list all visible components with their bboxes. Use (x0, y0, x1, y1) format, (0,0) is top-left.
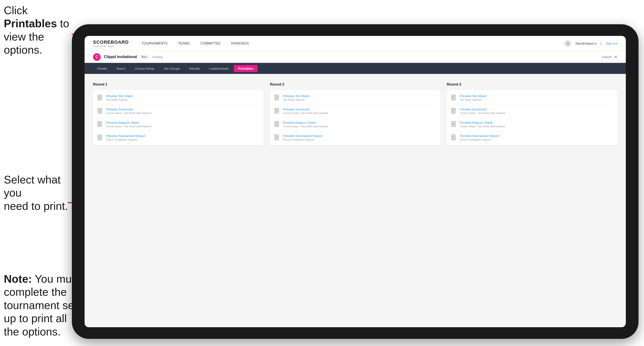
nav-tournaments[interactable]: TOURNAMENTS (142, 41, 168, 46)
round-1-scorecard-subtitle: Course setup + Tee Sheet data required (106, 112, 151, 115)
annotation-middle: Select what youneed to print. (4, 173, 72, 213)
document-icon-4 (97, 135, 103, 141)
round-1-scorecard-text: Preview Scorecard Course setup + Tee She… (106, 107, 151, 115)
round-2-report-subtitle: Round Completion required (283, 138, 322, 141)
round-1-report-title[interactable]: Preview Tournament Report (106, 134, 146, 138)
round-2-raguzzi-title[interactable]: Preview Raguzzi Sheet (283, 121, 328, 124)
document-icon (97, 95, 103, 101)
round-1-title: Round 1 (93, 82, 264, 87)
sign-out-link[interactable]: Sign out (606, 42, 617, 45)
round-1-report-text: Preview Tournament Report Round Completi… (106, 134, 146, 141)
round-1-column: Round 1 Preview Tee Sheet Tee S (93, 82, 264, 146)
document-icon-5 (274, 95, 280, 101)
round-1-tee-sheet-title[interactable]: Preview Tee Sheet (106, 94, 132, 98)
round-1-raguzzi-title[interactable]: Preview Raguzzi Sheet (106, 121, 151, 124)
round-1-card: Preview Tee Sheet Tee Sheet required (93, 90, 264, 146)
round-3-tee-sheet-subtitle: Tee Sheet required (460, 98, 486, 101)
round-2-scorecard[interactable]: Preview Scorecard Course setup + Tee She… (274, 105, 436, 118)
close-icon[interactable]: ✕ (614, 55, 617, 59)
round-2-column: Round 2 Preview Tee Sheet Tee S (270, 82, 440, 146)
top-nav: SCOREBOARD Powered by clippd TOURNAMENTS… (84, 36, 626, 51)
nav-committee[interactable]: COMMITTEE (200, 41, 220, 46)
round-1-scorecard[interactable]: Preview Scorecard Course setup + Tee She… (97, 105, 260, 118)
round-2-scorecard-title[interactable]: Preview Scorecard (283, 107, 328, 111)
round-2-tee-sheet-subtitle: Tee Sheet required (283, 98, 310, 101)
round-3-report-text: Preview Tournament Report Round Completi… (460, 134, 499, 141)
scoreboard-logo: SCOREBOARD Powered by clippd (93, 39, 129, 47)
tournament-badge: Men (140, 55, 149, 59)
round-2-tee-sheet-title[interactable]: Preview Tee Sheet (283, 94, 310, 98)
round-3-scorecard-text: Preview Scorecard Course setup + Tee She… (460, 107, 505, 115)
separator: | (601, 42, 602, 45)
round-2-scorecard-text: Preview Scorecard Course setup + Tee She… (283, 107, 328, 115)
user-avatar: B (564, 40, 571, 47)
document-icon-3 (97, 121, 103, 128)
document-icon-2 (97, 108, 103, 115)
round-3-tee-sheet-text: Preview Tee Sheet Tee Sheet required (460, 94, 486, 101)
round-3-tee-sheet-title[interactable]: Preview Tee Sheet (460, 94, 486, 98)
annotation-bottom-text: Note: You must complete the tournament s… (4, 273, 81, 338)
round-2-title: Round 2 (270, 82, 440, 87)
round-3-report-subtitle: Round Completion required (460, 138, 499, 141)
round-1-tournament-report[interactable]: Preview Tournament Report Round Completi… (97, 131, 260, 141)
tab-leaderboards[interactable]: Leaderboards (205, 65, 233, 72)
round-3-scorecard-title[interactable]: Preview Scorecard (460, 107, 505, 111)
round-3-column: Round 3 Preview Tee Sheet Tee S (447, 82, 617, 146)
round-2-tee-sheet-text: Preview Tee Sheet Tee Sheet required (283, 94, 310, 101)
document-icon-12 (451, 135, 457, 141)
tab-results[interactable]: Results (185, 65, 204, 72)
user-email: blair@clippd.io (576, 42, 596, 45)
logo-sub: Powered by clippd (93, 45, 129, 47)
round-2-report-text: Preview Tournament Report Round Completi… (283, 134, 322, 141)
tab-teams[interactable]: Teams (112, 65, 130, 72)
tournament-status: Hosting (152, 55, 162, 59)
tab-course-setup[interactable]: Course Setup (131, 65, 158, 72)
annotation-top: Click Printables toview the options. (4, 4, 72, 57)
sub-nav: Details Teams Course Setup Tee Groups Re… (84, 63, 626, 74)
round-2-report-title[interactable]: Preview Tournament Report (283, 134, 322, 138)
round-3-report-title[interactable]: Preview Tournament Report (460, 134, 499, 138)
tab-details[interactable]: Details (93, 65, 111, 72)
tablet-screen: SCOREBOARD Powered by clippd TOURNAMENTS… (84, 36, 626, 327)
round-1-tee-sheet-subtitle: Tee Sheet required (106, 98, 132, 101)
round-2-raguzzi[interactable]: Preview Raguzzi Sheet Course setup + Tee… (274, 118, 436, 131)
rounds-grid: Round 1 Preview Tee Sheet Tee S (93, 82, 617, 146)
round-2-tournament-report[interactable]: Preview Tournament Report Round Completi… (274, 131, 436, 141)
content-area: Round 1 Preview Tee Sheet Tee S (84, 74, 626, 327)
round-2-card: Preview Tee Sheet Tee Sheet required (270, 90, 440, 146)
round-3-tournament-report[interactable]: Preview Tournament Report Round Completi… (451, 131, 613, 141)
round-3-scorecard[interactable]: Preview Scorecard Course setup + Tee She… (451, 105, 613, 118)
tournament-title: Clippd Invitational (104, 55, 137, 59)
round-3-raguzzi[interactable]: Preview Raguzzi Sheet Course setup + Tee… (451, 118, 613, 131)
cancel-link[interactable]: Cancel (602, 55, 612, 59)
tab-tee-groups[interactable]: Tee Groups (160, 65, 184, 72)
round-3-tee-sheet[interactable]: Preview Tee Sheet Tee Sheet required (451, 94, 613, 105)
round-3-scorecard-subtitle: Course setup + Tee Sheet data required (460, 112, 505, 115)
round-3-title: Round 3 (447, 82, 617, 87)
tournament-logo: C (93, 53, 101, 61)
document-icon-11 (451, 121, 457, 128)
tablet-device: SCOREBOARD Powered by clippd TOURNAMENTS… (72, 24, 638, 339)
round-1-raguzzi-subtitle: Course setup + Tee Sheet data required (106, 125, 151, 128)
round-1-raguzzi[interactable]: Preview Raguzzi Sheet Course setup + Tee… (97, 118, 260, 131)
round-2-raguzzi-subtitle: Course setup + Tee Sheet data required (283, 125, 328, 128)
round-3-raguzzi-text: Preview Raguzzi Sheet Course setup + Tee… (460, 121, 505, 128)
annotation-top-text: Click Printables toview the options. (4, 4, 69, 56)
nav-rankings[interactable]: RANKINGS (231, 41, 249, 46)
document-icon-6 (274, 108, 280, 115)
nav-teams[interactable]: TEAMS (178, 41, 190, 46)
round-2-scorecard-subtitle: Course setup + Tee Sheet data required (283, 112, 328, 115)
round-1-tee-sheet-text: Preview Tee Sheet Tee Sheet required (106, 94, 132, 101)
round-1-tee-sheet[interactable]: Preview Tee Sheet Tee Sheet required (97, 94, 260, 105)
round-2-raguzzi-text: Preview Raguzzi Sheet Course setup + Tee… (283, 121, 328, 128)
round-3-raguzzi-subtitle: Course setup + Tee Sheet data required (460, 125, 505, 128)
round-2-tee-sheet[interactable]: Preview Tee Sheet Tee Sheet required (274, 94, 436, 105)
round-1-report-subtitle: Round Completion required (106, 138, 146, 141)
round-3-raguzzi-title[interactable]: Preview Raguzzi Sheet (460, 121, 505, 124)
document-icon-8 (274, 135, 280, 141)
tab-printables[interactable]: Printables (234, 65, 258, 72)
round-1-scorecard-title[interactable]: Preview Scorecard (106, 107, 151, 111)
document-icon-9 (451, 95, 457, 101)
tournament-header: C Clippd Invitational Men Hosting Cancel… (84, 51, 626, 63)
document-icon-7 (274, 121, 280, 128)
